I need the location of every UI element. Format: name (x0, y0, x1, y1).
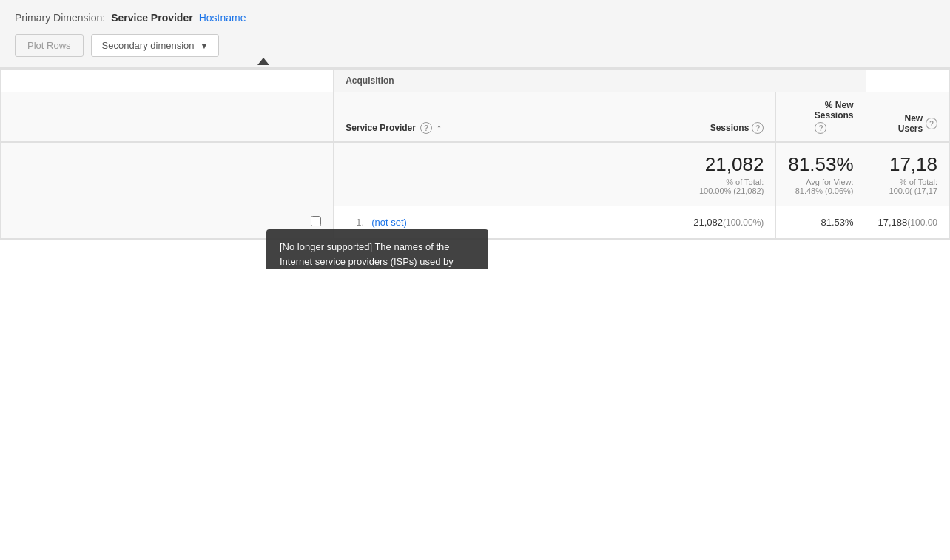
row-new-users-value: 17,188 (878, 217, 908, 228)
new-users-help-icon[interactable]: ? (926, 118, 937, 129)
totals-checkbox-cell (1, 142, 334, 206)
new-users-header-label: New Users (878, 113, 923, 134)
secondary-dimension-label: Secondary dimension (102, 40, 195, 51)
primary-dimension-value: Service Provider (111, 12, 193, 24)
row-new-users-percent: (100.00 (907, 217, 937, 228)
secondary-dimension-dropdown[interactable]: Secondary dimension ▼ (91, 34, 220, 57)
sort-ascending-icon[interactable]: ↑ (437, 122, 442, 134)
totals-new-users-value: 17,18 (878, 153, 937, 176)
totals-sessions-cell: 21,082 % of Total: 100.00% (21,082) (681, 142, 776, 206)
row-label-cell: 1. (not set) (334, 206, 681, 239)
column-headers-row: Service Provider ? ↑ Sessions ? % (1, 92, 950, 143)
totals-percent-new-sessions-value: 81.53% (788, 153, 853, 176)
new-users-col-header: New Users ? (866, 92, 949, 143)
service-provider-help-icon[interactable]: ? (420, 122, 432, 134)
hostname-link[interactable]: Hostname (199, 12, 246, 24)
spacer-cell (1, 70, 334, 92)
sessions-help-icon[interactable]: ? (752, 122, 764, 134)
dropdown-arrow-icon: ▼ (201, 41, 209, 50)
sessions-col-header: Sessions ? (681, 92, 776, 143)
row-percent-new-sessions-cell: 81.53% (776, 206, 866, 239)
percent-new-sessions-header-label: % New Sessions (788, 100, 853, 121)
service-provider-header-label: Service Provider (346, 123, 416, 133)
percent-new-sessions-help-icon[interactable]: ? (815, 122, 826, 134)
row-new-users-cell: 17,188(100.00 (866, 206, 949, 239)
sessions-header-label: Sessions (710, 123, 749, 133)
service-provider-col-header: Service Provider ? ↑ (334, 92, 681, 143)
totals-percent-new-sessions-cell: 81.53% Avg for View: 81.48% (0.06%) (776, 142, 866, 206)
data-table: Acquisition Service Provider ? ↑ S (0, 68, 950, 240)
plot-rows-button[interactable]: Plot Rows (15, 34, 84, 57)
primary-dimension-label: Primary Dimension: (15, 12, 105, 24)
checkbox-header-cell (1, 92, 334, 143)
totals-label-cell (334, 142, 681, 206)
totals-new-users-cell: 17,18 % of Total: 100.0( (17,17 (866, 142, 949, 206)
primary-dimension-row: Primary Dimension: Service Provider Host… (15, 12, 935, 24)
totals-new-users-subtext: % of Total: 100.0( (17,17 (878, 178, 937, 195)
totals-row: 21,082 % of Total: 100.00% (21,082) 81.5… (1, 142, 950, 206)
row-percent-new-sessions-value: 81.53% (821, 217, 853, 228)
row-checkbox-cell[interactable] (1, 206, 334, 239)
row-sessions-cell: 21,082(100.00%) (681, 206, 776, 239)
acquisition-group-header: Acquisition (334, 70, 866, 92)
tooltip-text: [No longer supported] The names of the I… (280, 241, 454, 269)
row-label-link[interactable]: (not set) (371, 217, 407, 228)
row-sessions-percent: (100.00%) (723, 217, 764, 228)
acquisition-header-row: Acquisition (1, 70, 950, 92)
row-checkbox[interactable] (311, 216, 321, 226)
totals-sessions-subtext: % of Total: 100.00% (21,082) (693, 178, 764, 195)
totals-percent-new-sessions-subtext: Avg for View: 81.48% (0.06%) (788, 178, 853, 195)
percent-new-sessions-col-header: % New Sessions ? (776, 92, 866, 143)
table-row: 1. (not set) 21,082(100.00%) 81.53% 17,1… (1, 206, 950, 239)
row-sessions-value: 21,082 (693, 217, 723, 228)
totals-sessions-value: 21,082 (693, 153, 764, 176)
row-number: 1. (346, 217, 364, 228)
toolbar-row: Plot Rows Secondary dimension ▼ (15, 34, 935, 67)
